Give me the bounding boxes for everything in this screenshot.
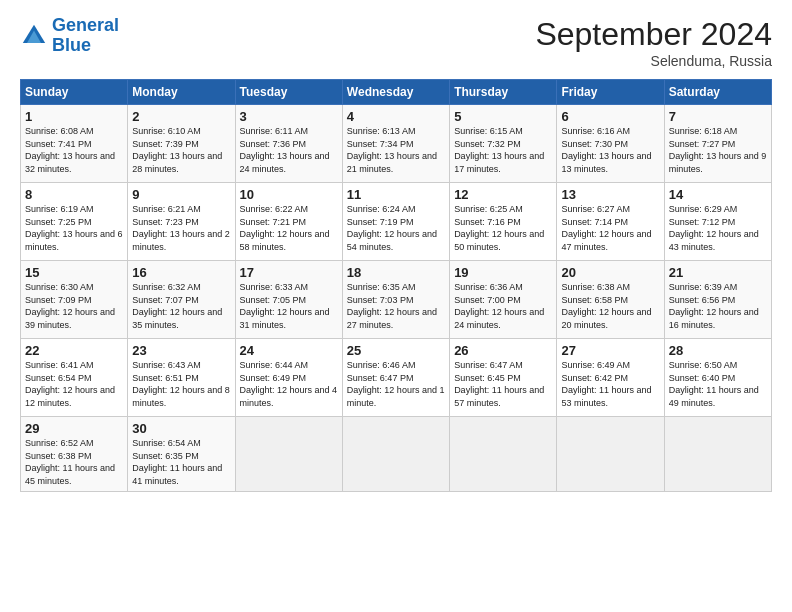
sunset: Sunset: 7:05 PM	[240, 295, 307, 305]
sunrise: Sunrise: 6:30 AM	[25, 282, 94, 292]
day-info: Sunrise: 6:35 AM Sunset: 7:03 PM Dayligh…	[347, 281, 445, 331]
logo-general: General	[52, 15, 119, 35]
sunset: Sunset: 7:00 PM	[454, 295, 521, 305]
day-of-week-header: Friday	[557, 80, 664, 105]
calendar-cell: 28 Sunrise: 6:50 AM Sunset: 6:40 PM Dayl…	[664, 339, 771, 417]
day-number: 30	[132, 421, 230, 436]
daylight: Daylight: 12 hours and 43 minutes.	[669, 229, 759, 252]
day-number: 24	[240, 343, 338, 358]
daylight: Daylight: 13 hours and 9 minutes.	[669, 151, 767, 174]
sunrise: Sunrise: 6:13 AM	[347, 126, 416, 136]
calendar-cell: 19 Sunrise: 6:36 AM Sunset: 7:00 PM Dayl…	[450, 261, 557, 339]
day-info: Sunrise: 6:52 AM Sunset: 6:38 PM Dayligh…	[25, 437, 123, 487]
calendar-cell	[664, 417, 771, 492]
day-info: Sunrise: 6:54 AM Sunset: 6:35 PM Dayligh…	[132, 437, 230, 487]
calendar-cell	[235, 417, 342, 492]
day-info: Sunrise: 6:16 AM Sunset: 7:30 PM Dayligh…	[561, 125, 659, 175]
day-number: 16	[132, 265, 230, 280]
daylight: Daylight: 12 hours and 31 minutes.	[240, 307, 330, 330]
day-number: 1	[25, 109, 123, 124]
day-info: Sunrise: 6:13 AM Sunset: 7:34 PM Dayligh…	[347, 125, 445, 175]
calendar-cell: 9 Sunrise: 6:21 AM Sunset: 7:23 PM Dayli…	[128, 183, 235, 261]
day-number: 13	[561, 187, 659, 202]
day-info: Sunrise: 6:44 AM Sunset: 6:49 PM Dayligh…	[240, 359, 338, 409]
day-number: 11	[347, 187, 445, 202]
day-info: Sunrise: 6:47 AM Sunset: 6:45 PM Dayligh…	[454, 359, 552, 409]
daylight: Daylight: 12 hours and 58 minutes.	[240, 229, 330, 252]
calendar-cell: 20 Sunrise: 6:38 AM Sunset: 6:58 PM Dayl…	[557, 261, 664, 339]
daylight: Daylight: 13 hours and 17 minutes.	[454, 151, 544, 174]
daylight: Daylight: 12 hours and 35 minutes.	[132, 307, 222, 330]
calendar-week-row: 15 Sunrise: 6:30 AM Sunset: 7:09 PM Dayl…	[21, 261, 772, 339]
sunrise: Sunrise: 6:27 AM	[561, 204, 630, 214]
sunset: Sunset: 7:14 PM	[561, 217, 628, 227]
daylight: Daylight: 12 hours and 47 minutes.	[561, 229, 651, 252]
day-info: Sunrise: 6:18 AM Sunset: 7:27 PM Dayligh…	[669, 125, 767, 175]
daylight: Daylight: 12 hours and 24 minutes.	[454, 307, 544, 330]
day-number: 2	[132, 109, 230, 124]
day-number: 27	[561, 343, 659, 358]
sunrise: Sunrise: 6:35 AM	[347, 282, 416, 292]
sunrise: Sunrise: 6:41 AM	[25, 360, 94, 370]
calendar-week-row: 1 Sunrise: 6:08 AM Sunset: 7:41 PM Dayli…	[21, 105, 772, 183]
location: Selenduma, Russia	[535, 53, 772, 69]
sunrise: Sunrise: 6:32 AM	[132, 282, 201, 292]
sunset: Sunset: 6:35 PM	[132, 451, 199, 461]
sunrise: Sunrise: 6:44 AM	[240, 360, 309, 370]
sunrise: Sunrise: 6:36 AM	[454, 282, 523, 292]
day-number: 14	[669, 187, 767, 202]
day-info: Sunrise: 6:29 AM Sunset: 7:12 PM Dayligh…	[669, 203, 767, 253]
calendar-cell: 5 Sunrise: 6:15 AM Sunset: 7:32 PM Dayli…	[450, 105, 557, 183]
sunset: Sunset: 7:39 PM	[132, 139, 199, 149]
sunset: Sunset: 6:51 PM	[132, 373, 199, 383]
sunset: Sunset: 6:49 PM	[240, 373, 307, 383]
calendar-table: SundayMondayTuesdayWednesdayThursdayFrid…	[20, 79, 772, 492]
day-info: Sunrise: 6:22 AM Sunset: 7:21 PM Dayligh…	[240, 203, 338, 253]
sunset: Sunset: 7:03 PM	[347, 295, 414, 305]
day-number: 29	[25, 421, 123, 436]
daylight: Daylight: 12 hours and 12 minutes.	[25, 385, 115, 408]
calendar-cell: 7 Sunrise: 6:18 AM Sunset: 7:27 PM Dayli…	[664, 105, 771, 183]
sunrise: Sunrise: 6:22 AM	[240, 204, 309, 214]
sunrise: Sunrise: 6:19 AM	[25, 204, 94, 214]
day-info: Sunrise: 6:19 AM Sunset: 7:25 PM Dayligh…	[25, 203, 123, 253]
sunrise: Sunrise: 6:49 AM	[561, 360, 630, 370]
sunrise: Sunrise: 6:11 AM	[240, 126, 309, 136]
day-number: 21	[669, 265, 767, 280]
day-number: 25	[347, 343, 445, 358]
daylight: Daylight: 12 hours and 20 minutes.	[561, 307, 651, 330]
daylight: Daylight: 13 hours and 21 minutes.	[347, 151, 437, 174]
day-info: Sunrise: 6:27 AM Sunset: 7:14 PM Dayligh…	[561, 203, 659, 253]
calendar-cell: 10 Sunrise: 6:22 AM Sunset: 7:21 PM Dayl…	[235, 183, 342, 261]
day-number: 9	[132, 187, 230, 202]
day-info: Sunrise: 6:24 AM Sunset: 7:19 PM Dayligh…	[347, 203, 445, 253]
day-of-week-header: Thursday	[450, 80, 557, 105]
sunset: Sunset: 6:42 PM	[561, 373, 628, 383]
calendar-cell: 11 Sunrise: 6:24 AM Sunset: 7:19 PM Dayl…	[342, 183, 449, 261]
day-info: Sunrise: 6:15 AM Sunset: 7:32 PM Dayligh…	[454, 125, 552, 175]
sunset: Sunset: 7:41 PM	[25, 139, 92, 149]
day-info: Sunrise: 6:32 AM Sunset: 7:07 PM Dayligh…	[132, 281, 230, 331]
calendar-cell: 18 Sunrise: 6:35 AM Sunset: 7:03 PM Dayl…	[342, 261, 449, 339]
calendar-cell	[450, 417, 557, 492]
calendar-cell: 26 Sunrise: 6:47 AM Sunset: 6:45 PM Dayl…	[450, 339, 557, 417]
day-number: 17	[240, 265, 338, 280]
month-title: September 2024	[535, 16, 772, 53]
sunset: Sunset: 6:45 PM	[454, 373, 521, 383]
daylight: Daylight: 13 hours and 6 minutes.	[25, 229, 123, 252]
sunset: Sunset: 7:09 PM	[25, 295, 92, 305]
daylight: Daylight: 12 hours and 1 minute.	[347, 385, 445, 408]
sunrise: Sunrise: 6:50 AM	[669, 360, 738, 370]
calendar-cell: 23 Sunrise: 6:43 AM Sunset: 6:51 PM Dayl…	[128, 339, 235, 417]
day-number: 3	[240, 109, 338, 124]
calendar-cell: 12 Sunrise: 6:25 AM Sunset: 7:16 PM Dayl…	[450, 183, 557, 261]
sunset: Sunset: 7:34 PM	[347, 139, 414, 149]
sunrise: Sunrise: 6:16 AM	[561, 126, 630, 136]
calendar-cell: 3 Sunrise: 6:11 AM Sunset: 7:36 PM Dayli…	[235, 105, 342, 183]
sunrise: Sunrise: 6:18 AM	[669, 126, 738, 136]
calendar-week-row: 8 Sunrise: 6:19 AM Sunset: 7:25 PM Dayli…	[21, 183, 772, 261]
sunrise: Sunrise: 6:46 AM	[347, 360, 416, 370]
day-number: 5	[454, 109, 552, 124]
calendar-cell: 15 Sunrise: 6:30 AM Sunset: 7:09 PM Dayl…	[21, 261, 128, 339]
daylight: Daylight: 11 hours and 53 minutes.	[561, 385, 651, 408]
